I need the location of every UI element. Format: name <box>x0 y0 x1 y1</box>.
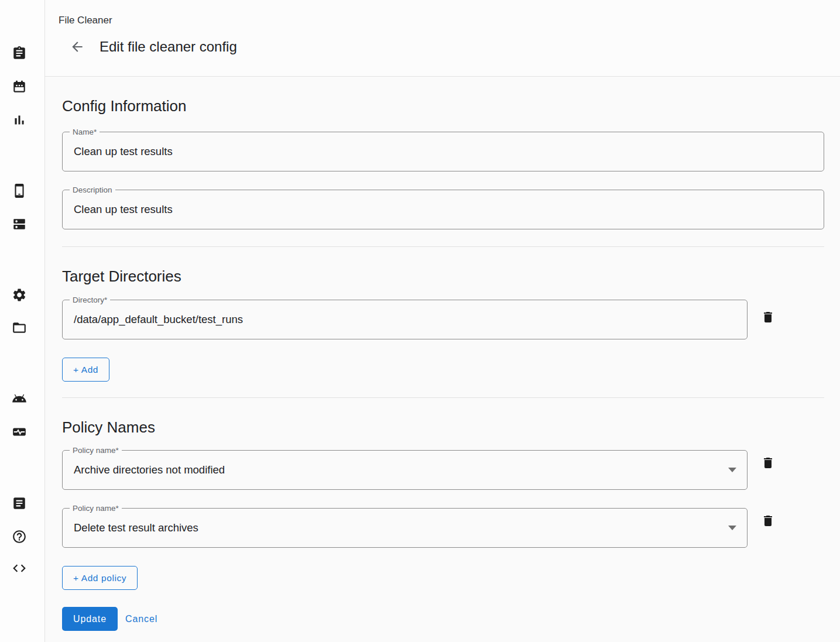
sidebar <box>0 0 45 642</box>
calendar-icon[interactable] <box>12 79 27 94</box>
form-actions: Update Cancel <box>62 607 824 631</box>
folder-icon[interactable] <box>12 320 27 335</box>
description-input[interactable] <box>63 203 824 216</box>
back-button[interactable] <box>70 39 85 54</box>
policy-field-label: Policy name* <box>70 445 122 455</box>
settings-gear-icon[interactable] <box>12 287 27 303</box>
main-area: File Cleaner Edit file cleaner config Co… <box>45 0 840 642</box>
section-title-policy-names: Policy Names <box>62 417 824 437</box>
description-field-label: Description <box>70 185 115 195</box>
android-icon[interactable] <box>12 391 27 406</box>
smartphone-icon[interactable] <box>12 183 27 198</box>
section-divider <box>62 397 824 398</box>
trash-icon <box>761 310 775 324</box>
trash-icon <box>761 456 775 470</box>
name-input[interactable] <box>63 145 824 158</box>
storage-icon[interactable] <box>12 217 27 232</box>
directory-field[interactable]: Directory* <box>62 300 748 339</box>
add-policy-button[interactable]: + Add policy <box>62 566 138 590</box>
chevron-down-icon <box>728 468 736 472</box>
section-title-config-information: Config Information <box>62 96 824 116</box>
arrow-back-icon <box>70 39 85 54</box>
directory-input[interactable] <box>63 313 747 326</box>
description-field[interactable]: Description <box>62 190 824 229</box>
monitor-heart-icon[interactable] <box>12 424 27 440</box>
section-title-target-directories: Target Directories <box>62 266 824 286</box>
clipboard-icon[interactable] <box>12 46 27 61</box>
update-button[interactable]: Update <box>62 607 118 631</box>
add-directory-button[interactable]: + Add <box>62 358 109 382</box>
article-icon[interactable] <box>12 496 27 511</box>
policy-row: Policy name* Delete test result archives <box>62 508 824 548</box>
chevron-down-icon <box>728 526 736 530</box>
policy-row: Policy name* Archive directories not mod… <box>62 450 824 490</box>
name-field-label: Name* <box>70 127 100 137</box>
trash-icon <box>761 514 775 528</box>
cancel-button[interactable]: Cancel <box>125 614 157 624</box>
help-icon[interactable] <box>12 529 27 544</box>
bar-chart-icon[interactable] <box>12 112 27 128</box>
name-field[interactable]: Name* <box>62 132 824 171</box>
delete-policy-button[interactable] <box>761 456 775 470</box>
directory-row: Directory* <box>62 300 824 339</box>
policy-select-2[interactable]: Policy name* Delete test result archives <box>62 508 748 548</box>
delete-policy-button[interactable] <box>761 514 775 528</box>
code-icon[interactable] <box>12 561 27 576</box>
directory-field-label: Directory* <box>70 295 110 305</box>
policy-select-1[interactable]: Policy name* Archive directories not mod… <box>62 450 748 490</box>
policy-selected-value: Delete test result archives <box>63 521 728 534</box>
app-title: File Cleaner <box>59 15 112 26</box>
page-title: Edit file cleaner config <box>100 39 237 55</box>
section-divider <box>62 246 824 247</box>
page-header: File Cleaner Edit file cleaner config <box>45 0 840 77</box>
form-content: Config Information Name* Description Tar… <box>45 77 840 631</box>
policy-field-label: Policy name* <box>70 503 122 513</box>
policy-selected-value: Archive directories not modified <box>63 464 728 476</box>
app-root: File Cleaner Edit file cleaner config Co… <box>0 0 840 642</box>
delete-directory-button[interactable] <box>761 310 775 324</box>
